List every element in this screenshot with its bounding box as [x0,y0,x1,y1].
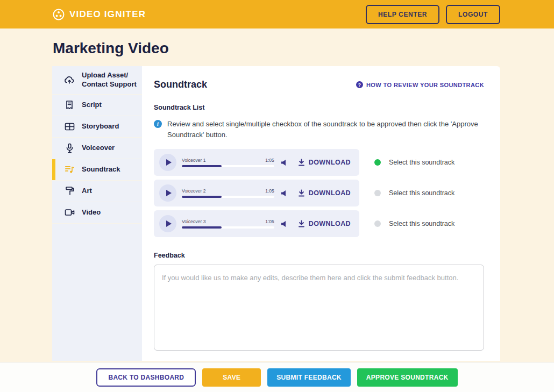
help-link-label: HOW TO REVIEW YOUR SOUNDTRACK [366,82,484,88]
submit-feedback-button[interactable]: SUBMIT FEEDBACK [267,368,351,387]
track-list: Voiceover 1 1:05 D [154,149,484,237]
volume-icon[interactable] [281,220,287,227]
approve-soundtrack-button[interactable]: APPROVE SOUNDTRACK [357,368,458,387]
select-label: Select this soundtrack [389,159,454,166]
feedback-textarea[interactable] [154,265,484,351]
info-icon: i [154,120,162,128]
sidebar-item-label: Upload Asset/ Contact Support [82,71,137,89]
video-camera-icon [64,209,75,216]
storyboard-grid-icon [64,123,75,131]
track-duration: 1:05 [265,158,274,163]
logout-button[interactable]: LOGOUT [446,5,500,24]
seek-slider[interactable] [182,165,274,167]
select-label: Select this soundtrack [389,220,454,227]
track-row-1: Voiceover 1 1:05 D [154,149,484,176]
download-button[interactable]: DOWNLOAD [298,220,351,227]
question-circle-icon: ? [356,81,363,88]
how-to-review-link[interactable]: ? HOW TO REVIEW YOUR SOUNDTRACK [356,81,484,88]
sidebar-item-art[interactable]: Art [52,181,142,202]
seek-progress [182,165,222,167]
select-soundtrack-option-3[interactable]: Select this soundtrack [374,220,454,227]
help-center-button[interactable]: HELP CENTER [366,5,439,24]
volume-icon[interactable] [281,190,287,197]
sidebar-item-label: Art [82,187,137,196]
track-duration: 1:05 [265,188,274,194]
save-button[interactable]: SAVE [202,368,261,387]
sidebar-item-video[interactable]: Video [52,202,142,224]
audio-player-2: Voiceover 2 1:05 D [154,180,359,206]
play-button[interactable] [159,184,176,202]
play-icon [166,159,172,166]
seek-progress [182,226,222,229]
content-panel: Soundtrack ? HOW TO REVIEW YOUR SOUNDTRA… [142,66,500,361]
cloud-upload-icon [64,75,75,84]
radio-dot [374,159,381,166]
sidebar-item-soundtrack[interactable]: Soundtrack [52,159,142,181]
sidebar-item-upload-asset[interactable]: Upload Asset/ Contact Support [52,66,142,95]
sidebar-item-label: Soundtrack [82,165,137,174]
script-icon [64,100,75,110]
project-card: Upload Asset/ Contact Support Script Sto… [52,66,500,361]
info-banner: i Review and select single/multiple chec… [154,119,483,140]
track-row-3: Voiceover 3 1:05 D [154,210,484,237]
download-button[interactable]: DOWNLOAD [298,189,351,197]
audio-player-3: Voiceover 3 1:05 D [154,210,359,237]
sidebar-item-label: Voiceover [82,144,137,153]
sidebar: Upload Asset/ Contact Support Script Sto… [52,66,142,361]
track-name: Voiceover 3 [182,219,205,224]
sidebar-item-label: Video [82,208,137,217]
download-icon [298,189,305,197]
brand-logo[interactable]: VIDEO IGNITER [52,8,146,21]
download-label: DOWNLOAD [309,220,351,227]
soundtrack-list-title: Soundtrack List [154,104,484,111]
select-label: Select this soundtrack [389,189,454,197]
audio-player-1: Voiceover 1 1:05 D [154,149,359,176]
page-title: Marketing Video [53,40,554,57]
feedback-label: Feedback [154,252,484,259]
select-soundtrack-option-1[interactable]: Select this soundtrack [374,159,454,166]
download-label: DOWNLOAD [309,159,351,166]
download-icon [298,159,305,166]
download-icon [298,220,305,227]
sidebar-item-script[interactable]: Script [52,95,142,116]
sidebar-item-storyboard[interactable]: Storyboard [52,116,142,138]
sidebar-item-voiceover[interactable]: Voiceover [52,138,142,159]
sidebar-item-label: Script [82,101,137,110]
select-soundtrack-option-2[interactable]: Select this soundtrack [374,189,454,197]
action-bar: BACK TO DASHBOARD SAVE SUBMIT FEEDBACK A… [0,362,554,392]
download-button[interactable]: DOWNLOAD [298,159,351,166]
seek-progress [182,196,222,198]
section-title: Soundtrack [154,79,207,90]
info-text: Review and select single/multiple checkb… [167,119,483,140]
play-button[interactable] [159,154,176,171]
track-duration: 1:05 [265,219,274,224]
music-playlist-icon [64,165,75,174]
video-igniter-logo-icon [52,8,65,21]
radio-dot [374,190,381,196]
radio-dot [374,220,381,227]
download-label: DOWNLOAD [309,189,351,197]
track-row-2: Voiceover 2 1:05 D [154,180,484,206]
microphone-icon [64,143,75,153]
paint-roller-icon [64,186,75,196]
seek-slider[interactable] [182,226,274,229]
brand-name: VIDEO IGNITER [69,9,146,20]
play-icon [166,220,172,227]
track-name: Voiceover 1 [182,158,205,163]
play-icon [166,190,172,196]
top-bar: VIDEO IGNITER HELP CENTER LOGOUT [0,0,554,28]
volume-icon[interactable] [281,159,287,166]
back-to-dashboard-button[interactable]: BACK TO DASHBOARD [96,368,196,387]
seek-slider[interactable] [182,196,274,198]
play-button[interactable] [159,215,176,232]
sidebar-item-label: Storyboard [82,122,137,131]
track-name: Voiceover 2 [182,188,205,194]
